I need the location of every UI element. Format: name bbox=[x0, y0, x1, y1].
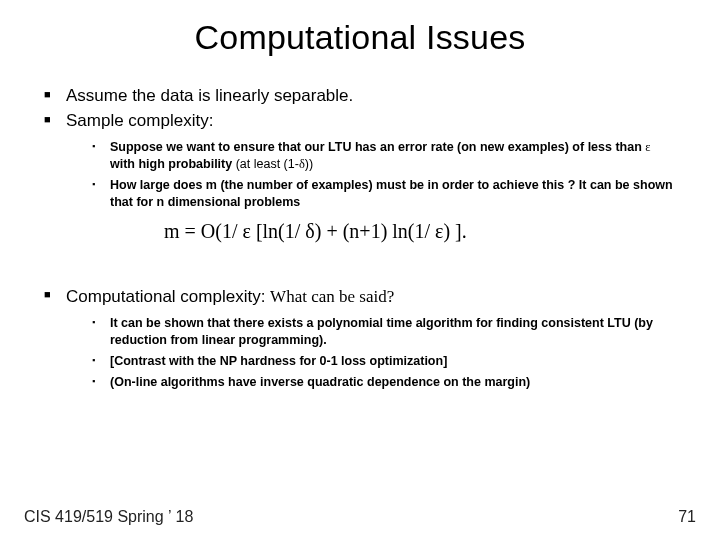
spacer bbox=[44, 259, 676, 285]
slide: Computational Issues Assume the data is … bbox=[0, 0, 720, 540]
sub-how-large-m: How large does m (the number of examples… bbox=[92, 177, 676, 211]
txt: How large does bbox=[110, 178, 206, 192]
slide-title: Computational Issues bbox=[0, 0, 720, 57]
footer-page-number: 71 bbox=[678, 508, 696, 526]
epsilon-symbol: ε bbox=[645, 140, 650, 154]
bullet-list-2: Computational complexity: What can be sa… bbox=[44, 285, 676, 390]
txt: (at least (1- bbox=[236, 157, 299, 171]
bullet-computational-complexity: Computational complexity: What can be sa… bbox=[44, 285, 676, 390]
bullet-list-1: Assume the data is linearly separable. S… bbox=[44, 85, 676, 210]
txt: Computational complexity: bbox=[66, 287, 270, 306]
var-m: m bbox=[206, 178, 217, 192]
formula: m = O(1/ ε [ln(1/ δ) + (n+1) ln(1/ ε) ]. bbox=[164, 220, 676, 243]
bullet-sample-complexity: Sample complexity: Suppose we want to en… bbox=[44, 110, 676, 210]
word-consistent: consistent bbox=[541, 316, 604, 330]
bullet-assume: Assume the data is linearly separable. bbox=[44, 85, 676, 108]
txt: Suppose we want to ensure that our LTU h… bbox=[110, 140, 645, 154]
sub-list-2: It can be shown that there exists a poly… bbox=[66, 315, 676, 391]
txt: What can be said? bbox=[270, 287, 394, 306]
sub-polynomial: It can be shown that there exists a poly… bbox=[92, 315, 676, 349]
sub-np-hardness: [Contrast with the NP hardness for 0-1 l… bbox=[92, 353, 676, 370]
txt: with high probability bbox=[110, 157, 236, 171]
txt: It can be shown that there exists a poly… bbox=[110, 316, 541, 330]
txt: )) bbox=[305, 157, 313, 171]
sub-online-algorithms: (On-line algorithms have inverse quadrat… bbox=[92, 374, 676, 391]
comp-complexity-head: Computational complexity: What can be sa… bbox=[66, 287, 394, 306]
footer-course: CIS 419/519 Spring ’ 18 bbox=[24, 508, 193, 526]
sub-list-1: Suppose we want to ensure that our LTU h… bbox=[66, 139, 676, 211]
slide-content: Assume the data is linearly separable. S… bbox=[0, 57, 720, 391]
sub-error-rate: Suppose we want to ensure that our LTU h… bbox=[92, 139, 676, 173]
txt: dimensional problems bbox=[164, 195, 300, 209]
bullet-sample-complexity-text: Sample complexity: bbox=[66, 111, 213, 130]
footer: CIS 419/519 Spring ’ 18 71 bbox=[24, 508, 696, 526]
